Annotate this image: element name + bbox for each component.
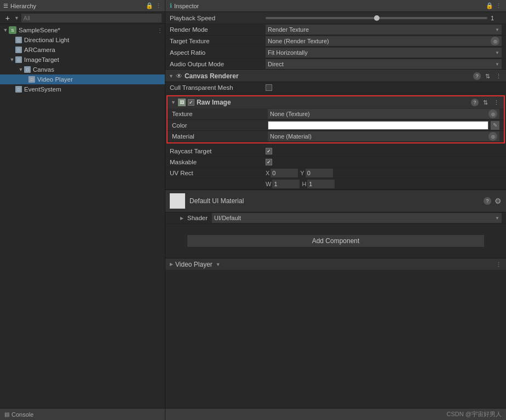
playback-speed-value: 1 [491, 15, 502, 21]
add-scene-button[interactable]: + [3, 13, 12, 23]
raycast-target-checkbox[interactable]: ✓ [266, 148, 272, 154]
shader-dropdown[interactable]: UI/Default ▼ [212, 213, 502, 223]
texture-dropdown-text: None (Texture) [270, 111, 310, 117]
hierarchy-title: Hierarchy [10, 3, 36, 9]
hierarchy-icon: ☰ [3, 3, 8, 9]
tree-item-samplescene[interactable]: ▼ S SampleScene* ⋮ [0, 25, 165, 35]
videoplayer-label: Video Player [37, 76, 73, 83]
canvas-renderer-icons: ? ⇅ ⋮ [473, 72, 503, 80]
material-row: Material None (Material) ◎ [168, 131, 504, 142]
go-icon-canvas: □ [24, 66, 31, 73]
raw-image-enabled-checkbox[interactable]: ✓ [188, 99, 194, 106]
texture-label: Texture [172, 111, 268, 117]
uvrect-h-field: H [302, 180, 335, 188]
material-picker-btn[interactable]: ◎ [488, 132, 497, 141]
inspector-info-icon: ℹ [170, 2, 172, 9]
raycast-target-label: Raycast Target [170, 148, 266, 154]
console-tab[interactable]: ▤ Console [0, 408, 165, 420]
target-texture-picker-btn[interactable]: ◎ [491, 37, 499, 45]
inspector-menu-icon[interactable]: ⋮ [496, 2, 502, 9]
imagetarget-arrow-icon: ▼ [9, 56, 15, 63]
maskable-value: ✓ [266, 159, 502, 165]
add-component-container: Add Component [165, 224, 506, 258]
color-picker-button[interactable]: ✎ [491, 121, 499, 130]
hierarchy-search-bar: + ▼ [0, 12, 165, 24]
cull-transparent-row: Cull Transparent Mesh [165, 82, 506, 93]
aspect-ratio-value: Fit Horizontally ▼ [266, 48, 502, 57]
audio-output-dropdown-arrow: ▼ [495, 62, 499, 67]
raw-image-header: ▼ 🖼 ✓ Raw Image ? ⇅ ⋮ [168, 96, 504, 108]
uvrect-h-input[interactable] [307, 180, 335, 188]
texture-picker-btn[interactable]: ◎ [488, 110, 497, 118]
expand-arrow-icon: ▼ [2, 27, 9, 33]
shader-dropdown-arrow: ▼ [495, 216, 499, 221]
material-label: Material [172, 133, 268, 140]
uvrect-w-label: W [266, 181, 271, 187]
tree-item-directional-light[interactable]: □ Directional Light [0, 35, 165, 45]
uvrect-label: UV Rect [170, 170, 266, 176]
tree-item-videoplayer[interactable]: □ Video Player [0, 74, 165, 84]
audio-output-dropdown-text: Direct [268, 61, 284, 67]
canvas-renderer-help-icon[interactable]: ? [473, 72, 481, 80]
default-material-section: Default UI Material ? ⚙ [165, 189, 506, 212]
audio-output-label: Audio Output Mode [170, 61, 266, 67]
material-value: None (Material) ◎ [268, 131, 499, 141]
render-mode-dropdown-arrow: ▼ [495, 27, 499, 32]
uvrect-y-input[interactable] [306, 169, 333, 177]
canvas-renderer-menu-icon[interactable]: ⋮ [494, 72, 503, 80]
cull-transparent-checkbox[interactable] [266, 84, 272, 91]
default-material-help-icon[interactable]: ? [484, 197, 491, 205]
add-component-button[interactable]: Add Component [187, 235, 484, 247]
uvrect-x-input[interactable] [271, 169, 298, 177]
texture-dropdown[interactable]: None (Texture) ◎ [268, 109, 499, 119]
hierarchy-panel: ☰ Hierarchy 🔒 ⋮ + ▼ ▼ S SampleScene* ⋮ [0, 0, 165, 420]
canvas-renderer-arrow-icon: ▼ [169, 73, 174, 79]
video-player-tab[interactable]: ▶ Video Player ▼ ⋮ [165, 258, 506, 270]
color-label: Color [172, 122, 268, 129]
imagetarget-label: ImageTarget [24, 56, 59, 63]
scene-label: SampleScene* [19, 27, 60, 33]
default-material-label: Default UI Material [189, 197, 484, 205]
playback-speed-slider[interactable] [266, 17, 487, 19]
target-texture-label: Target Texture [170, 38, 266, 44]
playback-speed-row: Playback Speed 1 [165, 12, 506, 24]
hierarchy-menu-icon[interactable]: ⋮ [156, 2, 162, 9]
default-material-preview [170, 193, 185, 209]
inspector-lock-icon[interactable]: 🔒 [486, 2, 493, 9]
shader-label: Shader [187, 215, 208, 221]
default-material-gear-icon[interactable]: ⚙ [495, 197, 502, 205]
tree-item-imagetarget[interactable]: ▼ □ ImageTarget [0, 55, 165, 65]
target-texture-dropdown-text: None (Render Texture) [268, 38, 329, 44]
tree-item-eventsystem[interactable]: □ EventSystem [0, 84, 165, 94]
aspect-ratio-dropdown[interactable]: Fit Horizontally ▼ [266, 48, 502, 57]
uvrect-wh-row: W H [165, 179, 506, 189]
raw-image-component-icon: 🖼 [178, 99, 186, 106]
video-player-tab-label: Video Player [175, 261, 212, 268]
tree-item-arcamera[interactable]: □ ARCamera [0, 45, 165, 55]
video-player-tab-arrow-icon: ▼ [216, 262, 221, 267]
uvrect-x-field: X [266, 169, 298, 177]
material-dropdown[interactable]: None (Material) ◎ [268, 131, 499, 141]
hierarchy-lock-icon[interactable]: 🔒 [146, 2, 153, 9]
raw-image-menu-icon[interactable]: ⋮ [492, 98, 501, 107]
tree-item-canvas[interactable]: ▼ □ Canvas [0, 65, 165, 74]
audio-output-dropdown[interactable]: Direct ▼ [266, 59, 502, 69]
raw-image-settings-icon[interactable]: ⇅ [481, 98, 490, 107]
go-icon-arcamera: □ [15, 47, 22, 53]
uvrect-xy-row: UV Rect X Y [165, 168, 506, 179]
raw-image-section: ▼ 🖼 ✓ Raw Image ? ⇅ ⋮ Texture [166, 95, 505, 143]
arcamera-label: ARCamera [24, 47, 55, 53]
maskable-checkbox[interactable]: ✓ [266, 159, 272, 165]
target-texture-dropdown[interactable]: None (Render Texture) ◎ [266, 36, 502, 46]
color-swatch[interactable] [268, 121, 488, 130]
canvas-renderer-eye-icon[interactable]: 👁 [176, 72, 182, 80]
watermark-bar: CSDN @宇宙好男人 [165, 408, 506, 420]
render-mode-dropdown[interactable]: Render Texture ▼ [266, 25, 502, 34]
scene-menu-icon[interactable]: ⋮ [157, 27, 163, 33]
texture-value: None (Texture) ◎ [268, 109, 499, 119]
video-player-menu-icon[interactable]: ⋮ [496, 261, 502, 268]
hierarchy-search-input[interactable] [21, 14, 162, 22]
uvrect-w-input[interactable] [272, 180, 300, 188]
canvas-renderer-settings-icon[interactable]: ⇅ [483, 72, 492, 80]
raw-image-help-icon[interactable]: ? [471, 99, 479, 106]
